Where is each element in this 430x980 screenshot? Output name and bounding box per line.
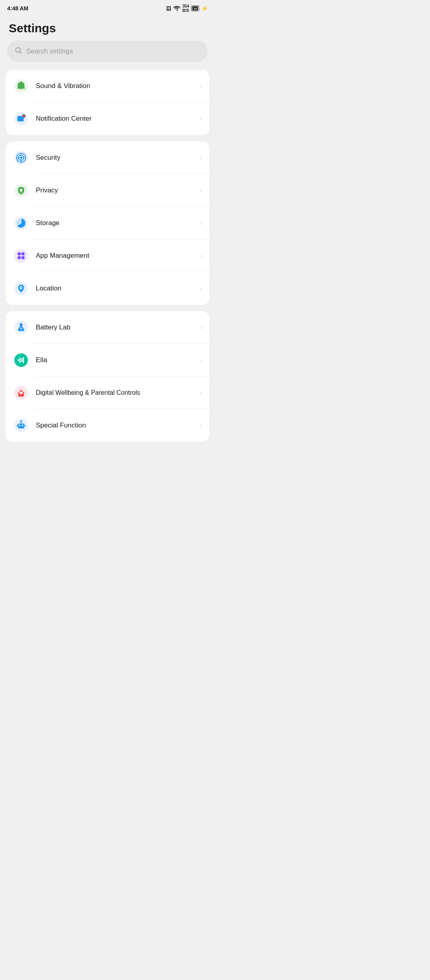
status-bar: 4:48 AM 🖼 354B/S 18 ⚡	[0, 0, 215, 15]
svg-rect-16	[21, 191, 22, 192]
notification-icon	[13, 110, 29, 127]
chevron-icon: ›	[200, 285, 202, 292]
svg-point-21	[14, 249, 28, 263]
svg-line-1	[20, 52, 22, 53]
svg-rect-42	[22, 425, 23, 426]
settings-item-security[interactable]: Security ›	[6, 141, 209, 174]
search-bar[interactable]: Search settings	[7, 41, 208, 62]
settings-item-privacy[interactable]: Privacy ›	[6, 174, 209, 207]
svg-point-28	[20, 287, 22, 288]
settings-item-battery-lab[interactable]: Battery Lab ›	[6, 311, 209, 344]
svg-rect-32	[18, 359, 19, 361]
svg-rect-45	[17, 425, 18, 427]
svg-rect-33	[20, 357, 21, 363]
chevron-icon: ›	[200, 390, 202, 396]
bell-icon	[13, 78, 29, 94]
settings-group-extra: Battery Lab › Ella ›	[6, 311, 209, 442]
status-time: 4:48 AM	[7, 5, 28, 12]
svg-point-15	[20, 189, 22, 191]
app-management-label: App Management	[36, 252, 194, 260]
svg-rect-34	[21, 358, 22, 362]
battery-lab-icon	[13, 319, 29, 336]
chevron-icon: ›	[200, 116, 202, 122]
network-speed: 354B/S	[182, 4, 189, 13]
privacy-label: Privacy	[36, 186, 194, 194]
battery-indicator: 18	[191, 6, 199, 11]
settings-item-sound-vibration[interactable]: Sound & Vibration ›	[6, 70, 209, 102]
storage-label: Storage	[36, 219, 194, 227]
battery-level: 18	[192, 6, 198, 10]
wellbeing-label: Digital Wellbeing & Parental Controls	[36, 389, 194, 397]
ella-icon	[13, 352, 29, 368]
svg-rect-46	[24, 425, 25, 427]
chevron-icon: ›	[200, 220, 202, 226]
chevron-icon: ›	[200, 357, 202, 363]
chevron-icon: ›	[200, 324, 202, 331]
settings-group-sound: Sound & Vibration › Notification Center …	[6, 70, 209, 135]
location-icon	[13, 280, 29, 297]
app-management-icon	[13, 247, 29, 264]
security-icon	[13, 149, 29, 166]
svg-point-7	[22, 115, 25, 118]
search-icon	[14, 46, 22, 56]
wifi-icon	[173, 6, 180, 11]
svg-rect-22	[18, 252, 21, 255]
chevron-icon: ›	[200, 187, 202, 194]
settings-item-notification[interactable]: Notification Center ›	[6, 102, 209, 135]
settings-item-ella[interactable]: Ella ›	[6, 344, 209, 376]
svg-rect-25	[22, 256, 25, 259]
svg-point-44	[20, 420, 22, 422]
svg-rect-41	[20, 425, 20, 426]
location-label: Location	[36, 284, 194, 292]
privacy-icon	[13, 182, 29, 199]
search-placeholder: Search settings	[26, 47, 73, 55]
settings-group-security: Security › Privacy ›	[6, 141, 209, 305]
status-icons: 🖼 354B/S 18 ⚡	[166, 4, 208, 13]
page-title: Settings	[0, 15, 215, 41]
special-function-label: Special Function	[36, 421, 194, 429]
svg-rect-38	[18, 423, 24, 428]
storage-icon	[13, 215, 29, 231]
security-label: Security	[36, 154, 194, 162]
wellbeing-icon	[13, 384, 29, 401]
chevron-icon: ›	[200, 253, 202, 259]
settings-item-storage[interactable]: Storage ›	[6, 207, 209, 239]
ella-label: Ella	[36, 356, 194, 364]
settings-item-location[interactable]: Location ›	[6, 272, 209, 305]
svg-point-3	[20, 81, 22, 83]
chevron-icon: ›	[200, 155, 202, 161]
special-function-icon	[13, 417, 29, 434]
notification-center-label: Notification Center	[36, 115, 194, 123]
charging-icon: ⚡	[201, 5, 208, 12]
settings-item-wellbeing[interactable]: Digital Wellbeing & Parental Controls ›	[6, 376, 209, 409]
svg-rect-24	[18, 256, 21, 259]
settings-item-special-function[interactable]: Special Function ›	[6, 409, 209, 442]
svg-rect-30	[20, 323, 23, 325]
sound-vibration-label: Sound & Vibration	[36, 82, 194, 90]
settings-item-app-management[interactable]: App Management ›	[6, 239, 209, 272]
chevron-icon: ›	[200, 422, 202, 429]
svg-rect-23	[22, 252, 25, 255]
chevron-icon: ›	[200, 83, 202, 89]
battery-lab-label: Battery Lab	[36, 323, 194, 331]
svg-rect-35	[23, 357, 24, 363]
screenshot-icon: 🖼	[166, 6, 171, 12]
